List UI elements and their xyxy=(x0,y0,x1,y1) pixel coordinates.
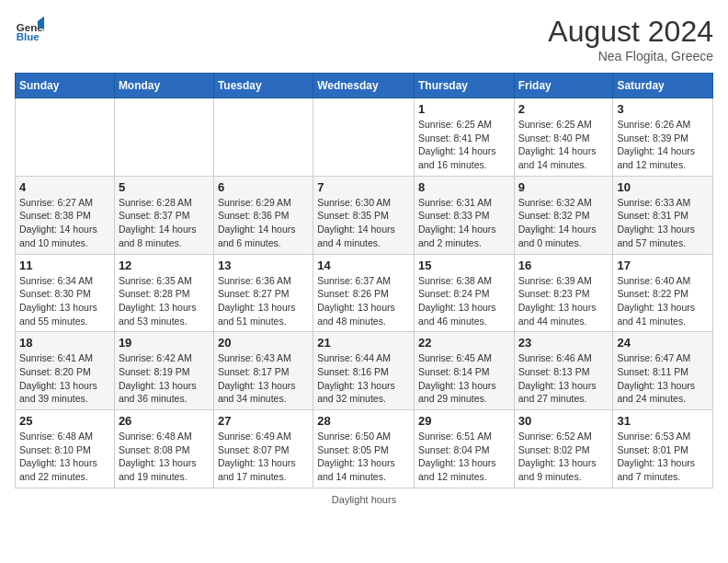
day-number: 25 xyxy=(19,414,110,428)
day-number: 21 xyxy=(317,336,410,350)
logo-icon: General Blue xyxy=(15,15,44,44)
table-row: 29Sunrise: 6:51 AM Sunset: 8:04 PM Dayli… xyxy=(414,410,514,488)
table-row: 31Sunrise: 6:53 AM Sunset: 8:01 PM Dayli… xyxy=(613,410,713,488)
table-row: 18Sunrise: 6:41 AM Sunset: 8:20 PM Dayli… xyxy=(16,332,115,410)
day-info: Sunrise: 6:51 AM Sunset: 8:04 PM Dayligh… xyxy=(418,430,510,484)
day-number: 26 xyxy=(119,414,210,428)
day-info: Sunrise: 6:38 AM Sunset: 8:24 PM Dayligh… xyxy=(418,274,510,328)
table-row: 28Sunrise: 6:50 AM Sunset: 8:05 PM Dayli… xyxy=(313,410,415,488)
day-info: Sunrise: 6:40 AM Sunset: 8:22 PM Dayligh… xyxy=(617,274,709,328)
day-info: Sunrise: 6:53 AM Sunset: 8:01 PM Dayligh… xyxy=(617,430,709,484)
table-row: 20Sunrise: 6:43 AM Sunset: 8:17 PM Dayli… xyxy=(213,332,313,410)
table-row: 3Sunrise: 6:26 AM Sunset: 8:39 PM Daylig… xyxy=(613,98,713,177)
day-number: 12 xyxy=(119,259,210,272)
header-saturday: Saturday xyxy=(613,74,713,98)
table-row: 23Sunrise: 6:46 AM Sunset: 8:13 PM Dayli… xyxy=(514,332,613,410)
svg-text:Blue: Blue xyxy=(17,31,40,42)
calendar-header: Sunday Monday Tuesday Wednesday Thursday… xyxy=(16,74,713,98)
day-number: 18 xyxy=(19,336,110,350)
day-info: Sunrise: 6:26 AM Sunset: 8:39 PM Dayligh… xyxy=(617,118,709,172)
table-row: 13Sunrise: 6:36 AM Sunset: 8:27 PM Dayli… xyxy=(213,254,313,332)
location-subtitle: Nea Flogita, Greece xyxy=(548,49,713,63)
day-info: Sunrise: 6:50 AM Sunset: 8:05 PM Dayligh… xyxy=(317,430,410,484)
day-info: Sunrise: 6:29 AM Sunset: 8:36 PM Dayligh… xyxy=(218,196,309,250)
day-info: Sunrise: 6:46 AM Sunset: 8:13 PM Dayligh… xyxy=(518,351,609,406)
logo: General Blue xyxy=(15,15,44,44)
day-number: 31 xyxy=(617,414,709,428)
day-info: Sunrise: 6:28 AM Sunset: 8:37 PM Dayligh… xyxy=(119,196,210,250)
table-row xyxy=(213,98,313,177)
day-number: 10 xyxy=(617,180,709,194)
table-row: 16Sunrise: 6:39 AM Sunset: 8:23 PM Dayli… xyxy=(514,254,613,332)
table-row: 5Sunrise: 6:28 AM Sunset: 8:37 PM Daylig… xyxy=(114,176,213,254)
day-number: 17 xyxy=(617,259,709,272)
day-info: Sunrise: 6:25 AM Sunset: 8:41 PM Dayligh… xyxy=(418,118,510,172)
day-number: 16 xyxy=(518,259,609,272)
table-row xyxy=(16,98,115,177)
day-info: Sunrise: 6:45 AM Sunset: 8:14 PM Dayligh… xyxy=(418,351,510,406)
day-info: Sunrise: 6:48 AM Sunset: 8:10 PM Dayligh… xyxy=(19,430,110,484)
day-number: 23 xyxy=(518,336,609,350)
day-number: 1 xyxy=(418,102,510,116)
table-row: 21Sunrise: 6:44 AM Sunset: 8:16 PM Dayli… xyxy=(313,332,415,410)
table-row: 4Sunrise: 6:27 AM Sunset: 8:38 PM Daylig… xyxy=(16,176,115,254)
day-info: Sunrise: 6:32 AM Sunset: 8:32 PM Dayligh… xyxy=(518,196,609,250)
day-number: 14 xyxy=(317,259,410,272)
table-row: 7Sunrise: 6:30 AM Sunset: 8:35 PM Daylig… xyxy=(313,176,415,254)
day-number: 9 xyxy=(518,180,609,194)
table-row: 10Sunrise: 6:33 AM Sunset: 8:31 PM Dayli… xyxy=(613,176,713,254)
table-row: 8Sunrise: 6:31 AM Sunset: 8:33 PM Daylig… xyxy=(414,176,514,254)
day-number: 15 xyxy=(418,259,510,272)
header-wednesday: Wednesday xyxy=(313,74,415,98)
table-row: 26Sunrise: 6:48 AM Sunset: 8:08 PM Dayli… xyxy=(114,410,213,488)
day-info: Sunrise: 6:31 AM Sunset: 8:33 PM Dayligh… xyxy=(418,196,510,250)
header-tuesday: Tuesday xyxy=(213,74,313,98)
day-info: Sunrise: 6:37 AM Sunset: 8:26 PM Dayligh… xyxy=(317,274,410,328)
day-number: 28 xyxy=(317,414,410,428)
table-row: 27Sunrise: 6:49 AM Sunset: 8:07 PM Dayli… xyxy=(213,410,313,488)
day-info: Sunrise: 6:44 AM Sunset: 8:16 PM Dayligh… xyxy=(317,351,410,406)
day-number: 24 xyxy=(617,336,709,350)
day-info: Sunrise: 6:33 AM Sunset: 8:31 PM Dayligh… xyxy=(617,196,709,250)
day-number: 13 xyxy=(218,259,309,272)
day-info: Sunrise: 6:49 AM Sunset: 8:07 PM Dayligh… xyxy=(218,430,309,484)
day-number: 3 xyxy=(617,102,709,116)
calendar-table: Sunday Monday Tuesday Wednesday Thursday… xyxy=(15,73,713,488)
day-info: Sunrise: 6:27 AM Sunset: 8:38 PM Dayligh… xyxy=(19,196,110,250)
footer-text: Daylight hours xyxy=(15,494,713,505)
month-title: August 2024 xyxy=(548,15,713,49)
table-row: 30Sunrise: 6:52 AM Sunset: 8:02 PM Dayli… xyxy=(514,410,613,488)
day-info: Sunrise: 6:35 AM Sunset: 8:28 PM Dayligh… xyxy=(119,274,210,328)
day-info: Sunrise: 6:42 AM Sunset: 8:19 PM Dayligh… xyxy=(119,351,210,406)
table-row: 9Sunrise: 6:32 AM Sunset: 8:32 PM Daylig… xyxy=(514,176,613,254)
header-sunday: Sunday xyxy=(16,74,115,98)
header-thursday: Thursday xyxy=(414,74,514,98)
day-number: 19 xyxy=(119,336,210,350)
table-row: 17Sunrise: 6:40 AM Sunset: 8:22 PM Dayli… xyxy=(613,254,713,332)
day-info: Sunrise: 6:25 AM Sunset: 8:40 PM Dayligh… xyxy=(518,118,609,172)
header-friday: Friday xyxy=(514,74,613,98)
day-info: Sunrise: 6:47 AM Sunset: 8:11 PM Dayligh… xyxy=(617,351,709,406)
table-row: 14Sunrise: 6:37 AM Sunset: 8:26 PM Dayli… xyxy=(313,254,415,332)
table-row: 19Sunrise: 6:42 AM Sunset: 8:19 PM Dayli… xyxy=(114,332,213,410)
table-row: 22Sunrise: 6:45 AM Sunset: 8:14 PM Dayli… xyxy=(414,332,514,410)
day-info: Sunrise: 6:34 AM Sunset: 8:30 PM Dayligh… xyxy=(19,274,110,328)
day-info: Sunrise: 6:36 AM Sunset: 8:27 PM Dayligh… xyxy=(218,274,309,328)
day-number: 2 xyxy=(518,102,609,116)
day-info: Sunrise: 6:48 AM Sunset: 8:08 PM Dayligh… xyxy=(119,430,210,484)
table-row: 25Sunrise: 6:48 AM Sunset: 8:10 PM Dayli… xyxy=(16,410,115,488)
day-info: Sunrise: 6:52 AM Sunset: 8:02 PM Dayligh… xyxy=(518,430,609,484)
table-row: 12Sunrise: 6:35 AM Sunset: 8:28 PM Dayli… xyxy=(114,254,213,332)
day-number: 11 xyxy=(19,259,110,272)
day-number: 8 xyxy=(418,180,510,194)
day-number: 7 xyxy=(317,180,410,194)
day-info: Sunrise: 6:41 AM Sunset: 8:20 PM Dayligh… xyxy=(19,351,110,406)
day-number: 27 xyxy=(218,414,309,428)
calendar-body: 1Sunrise: 6:25 AM Sunset: 8:41 PM Daylig… xyxy=(16,98,713,488)
day-info: Sunrise: 6:43 AM Sunset: 8:17 PM Dayligh… xyxy=(218,351,309,406)
table-row: 11Sunrise: 6:34 AM Sunset: 8:30 PM Dayli… xyxy=(16,254,115,332)
table-row xyxy=(114,98,213,177)
table-row: 2Sunrise: 6:25 AM Sunset: 8:40 PM Daylig… xyxy=(514,98,613,177)
table-row: 1Sunrise: 6:25 AM Sunset: 8:41 PM Daylig… xyxy=(414,98,514,177)
day-number: 6 xyxy=(218,180,309,194)
